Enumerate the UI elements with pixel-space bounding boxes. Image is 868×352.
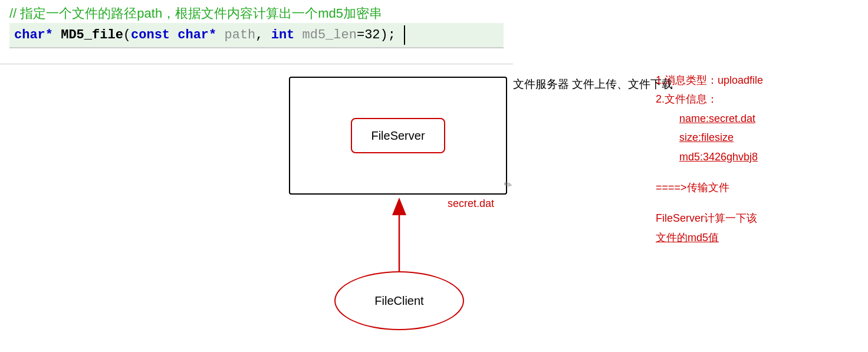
annotations-section: 1.消息类型：uploadfile 2.文件信息： name:secret.da… — [656, 71, 862, 247]
code-space3 — [216, 25, 224, 45]
code-equals: = — [357, 25, 364, 45]
code-comment: // 指定一个文件的路径path，根据文件内容计算出一个md5加密串 — [9, 5, 504, 23]
fileserver-label: FileServer — [371, 129, 425, 143]
annotation-line2: 2.文件信息： — [656, 90, 862, 108]
annotation-fileserver-calc2: 文件的md5值 — [656, 232, 719, 244]
code-space4 — [294, 25, 302, 45]
code-funcname: MD5_file — [61, 25, 123, 45]
code-space2 — [170, 25, 177, 45]
fileserver-inner-box: FileServer — [351, 118, 445, 153]
code-const: const — [131, 25, 170, 45]
code-default-val: 32 — [364, 25, 380, 45]
annotation-line8: 文件的md5值 — [656, 228, 862, 247]
fileserver-box: FileServer secret.dat — [289, 77, 507, 195]
annotation-line6: ====>传输文件 — [656, 178, 862, 197]
annotation-line3: name:secret.dat — [656, 109, 862, 128]
code-param-md5len: md5_len — [303, 25, 357, 45]
code-comma: , — [255, 25, 271, 45]
fileclient-ellipse: FileClient — [334, 271, 464, 330]
annotation-line5: md5:3426ghvbj8 — [656, 147, 862, 166]
code-section: // 指定一个文件的路径path，根据文件内容计算出一个md5加密串 char*… — [0, 0, 513, 53]
code-line: char* MD5_file ( const char* path , int … — [9, 23, 504, 48]
code-close: ); — [380, 25, 396, 45]
upload-arrow — [387, 195, 411, 274]
code-cursor — [396, 25, 405, 45]
annotation-md5: md5:3426ghvbj8 — [679, 151, 758, 163]
annotation-size: size:filesize — [679, 131, 734, 143]
annotation-line1: 1.消息类型：uploadfile — [656, 71, 862, 90]
code-space — [53, 25, 61, 45]
code-char-star2: char* — [177, 25, 216, 45]
code-char-star: char* — [14, 25, 53, 45]
diagram-area: FileServer secret.dat 文件服务器 文件上传、文件下载 ✎ … — [0, 65, 868, 352]
fileclient-label: FileClient — [374, 294, 423, 308]
code-param-path: path — [224, 25, 255, 45]
code-int: int — [271, 25, 295, 45]
annotation-name: name:secret.dat — [679, 113, 755, 124]
code-divider — [0, 64, 513, 64]
code-paren: ( — [123, 25, 131, 45]
annotation-fileserver-calc1: FileServer计算一下该 — [656, 212, 757, 224]
annotation-line7: FileServer计算一下该 — [656, 209, 862, 228]
secret-dat-label: secret.dat — [448, 198, 494, 210]
annotation-line4: size:filesize — [656, 128, 862, 147]
svg-marker-1 — [392, 198, 406, 215]
server-description: 文件服务器 文件上传、文件下载 — [513, 77, 673, 92]
